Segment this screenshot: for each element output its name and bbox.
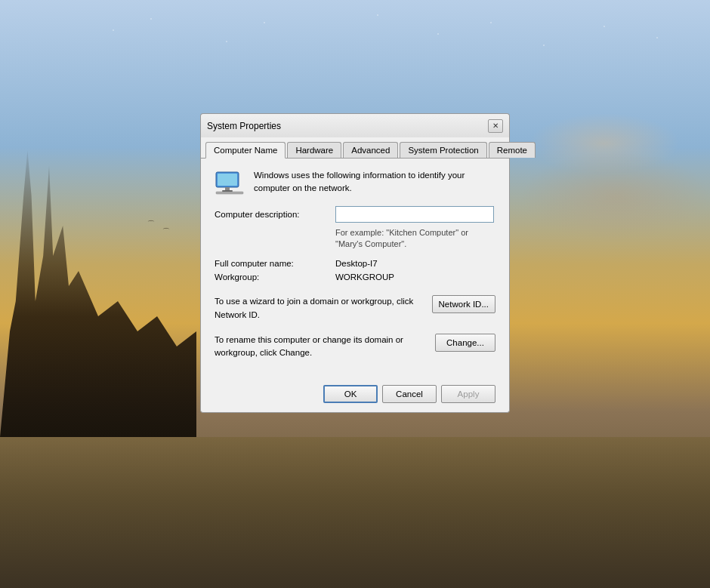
tab-remote[interactable]: Remote: [489, 142, 536, 158]
computer-icon: [215, 171, 245, 195]
title-bar-controls: ✕: [488, 119, 503, 133]
computer-description-row: Computer description:: [215, 206, 495, 223]
workgroup-row: Workgroup: WORKGROUP: [215, 272, 495, 282]
water: [0, 437, 710, 588]
cancel-button[interactable]: Cancel: [382, 385, 437, 403]
dialog-footer: OK Cancel Apply: [201, 379, 509, 403]
network-id-button[interactable]: Network ID...: [432, 295, 495, 313]
system-properties-dialog: System Properties ✕ Computer Name Hardwa…: [200, 113, 510, 413]
apply-button[interactable]: Apply: [441, 385, 495, 403]
info-text: Windows uses the following information t…: [254, 169, 495, 195]
svg-rect-3: [222, 190, 233, 192]
computer-description-label: Computer description:: [215, 210, 335, 219]
change-section: To rename this computer or change its do…: [215, 334, 495, 360]
network-id-text: To use a wizard to join a domain or work…: [215, 295, 424, 322]
tab-computer-name[interactable]: Computer Name: [205, 142, 286, 159]
tab-content: Windows uses the following information t…: [201, 159, 509, 379]
full-name-row: Full computer name: Desktop-I7: [215, 259, 495, 268]
close-button[interactable]: ✕: [488, 119, 503, 133]
computer-description-input[interactable]: [335, 206, 494, 223]
ok-button[interactable]: OK: [323, 385, 378, 403]
tab-system-protection[interactable]: System Protection: [400, 142, 486, 158]
spacer-1: [215, 286, 495, 295]
svg-rect-1: [218, 174, 237, 186]
dialog-title: System Properties: [207, 121, 281, 131]
network-id-section: To use a wizard to join a domain or work…: [215, 295, 495, 322]
tab-hardware[interactable]: Hardware: [287, 142, 341, 158]
change-button[interactable]: Change...: [435, 334, 495, 352]
svg-rect-4: [216, 192, 243, 194]
tab-advanced[interactable]: Advanced: [343, 142, 398, 158]
title-bar: System Properties ✕: [200, 113, 510, 137]
bird-2: ⌒: [162, 226, 170, 237]
background-cloud-2: [521, 151, 710, 242]
full-name-value: Desktop-I7: [335, 259, 378, 268]
workgroup-value: WORKGROUP: [335, 272, 394, 282]
dialog-body: Computer Name Hardware Advanced System P…: [200, 137, 510, 413]
computer-description-hint: For example: "Kitchen Computer" or "Mary…: [335, 227, 495, 251]
change-text: To rename this computer or change its do…: [215, 334, 428, 360]
workgroup-label: Workgroup:: [215, 272, 335, 282]
full-name-label: Full computer name:: [215, 259, 335, 268]
svg-rect-2: [225, 187, 230, 190]
bird-1: ⌒: [147, 219, 155, 229]
info-row: Windows uses the following information t…: [215, 169, 495, 195]
tab-bar: Computer Name Hardware Advanced System P…: [201, 137, 509, 159]
